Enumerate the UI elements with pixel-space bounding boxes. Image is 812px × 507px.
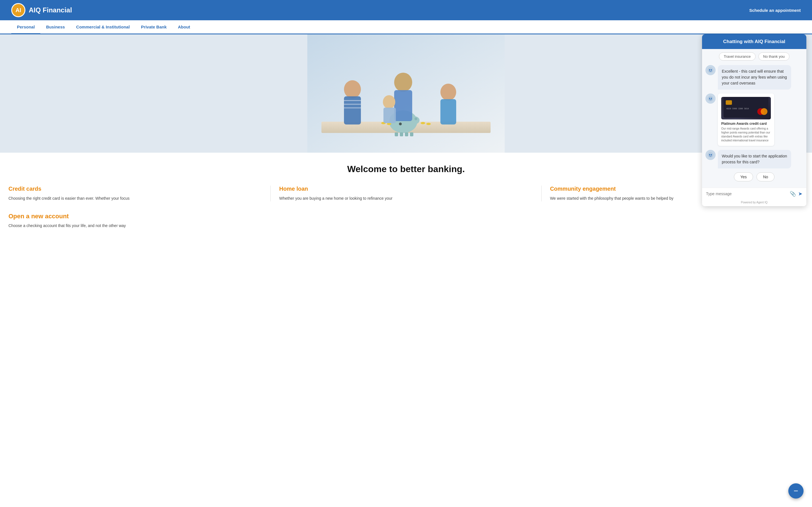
svg-rect-21: [441, 99, 456, 124]
svg-text:4820 5900 3300 5014: 4820 5900 3300 5014: [726, 108, 749, 110]
nav-item-about[interactable]: About: [172, 21, 196, 34]
svg-point-27: [711, 69, 712, 70]
svg-point-37: [709, 154, 710, 155]
action-yes-button[interactable]: Yes: [734, 172, 753, 181]
page-left: Welcome to better banking. Credit cards …: [0, 34, 812, 234]
svg-rect-8: [405, 132, 408, 136]
logo-area: AI AIQ Financial: [11, 3, 72, 17]
open-account-title: Open a new account: [8, 213, 804, 220]
open-account-text: Choose a checking account that fits your…: [8, 223, 804, 229]
svg-point-25: [708, 67, 713, 73]
send-icon[interactable]: ➤: [798, 191, 802, 197]
svg-rect-6: [395, 132, 398, 136]
svg-point-4: [414, 117, 417, 120]
bot-message-1: Excellent - this card will ensure that y…: [705, 65, 803, 90]
home-loan-title: Home loan: [279, 186, 532, 192]
bot-face-icon-3: [707, 152, 714, 158]
welcome-heading: Welcome to better banking.: [0, 153, 812, 180]
hero-image: [307, 34, 505, 153]
feature-credit-cards: Credit cards Choosing the right credit c…: [0, 186, 271, 202]
chat-body: Travel insurance No thank you Excellent …: [702, 49, 806, 187]
svg-point-29: [709, 98, 710, 99]
chat-quick-replies: Travel insurance No thank you: [705, 52, 803, 61]
logo-icon: AI: [11, 3, 26, 17]
chat-input-icons: 📎 ➤: [790, 191, 802, 197]
svg-point-30: [711, 98, 712, 99]
bot-avatar-2: [705, 94, 716, 104]
feature-home-loan: Home loan Whether you are buying a new h…: [271, 186, 541, 202]
nav-item-private-bank[interactable]: Private Bank: [135, 21, 172, 34]
action-no-button[interactable]: No: [756, 172, 774, 181]
svg-rect-17: [394, 90, 412, 121]
site-header: AI AIQ Financial Schedule an appointment: [0, 0, 812, 20]
product-card-image: 4820 5900 3300 5014: [721, 97, 771, 119]
quick-reply-travel-insurance[interactable]: Travel insurance: [719, 52, 756, 61]
svg-point-12: [421, 122, 425, 124]
home-loan-text: Whether you are buying a new home or loo…: [279, 195, 532, 202]
feature-cards: Credit cards Choosing the right credit c…: [0, 180, 812, 207]
chat-input-field[interactable]: [706, 191, 787, 196]
svg-point-14: [344, 80, 361, 98]
chat-action-buttons: Yes No: [705, 172, 803, 181]
svg-point-5: [399, 122, 402, 125]
svg-rect-7: [400, 132, 403, 136]
svg-rect-32: [726, 100, 732, 105]
bot-message-3: Would you like to start the application …: [705, 150, 803, 168]
product-card-description: Our mid-range Awards card offering a hig…: [721, 127, 771, 143]
svg-point-11: [387, 123, 391, 125]
bot-avatar-3: [705, 150, 716, 160]
svg-point-38: [711, 154, 712, 155]
bot-message-card: 4820 5900 3300 5014 Platinum Awards cred…: [705, 94, 803, 146]
open-account-section: Open a new account Choose a checking acc…: [0, 207, 812, 234]
chat-footer: Powered by Agent IQ: [702, 200, 806, 206]
svg-point-35: [761, 108, 767, 115]
product-card: 4820 5900 3300 5014 Platinum Awards cred…: [718, 94, 774, 146]
svg-point-26: [709, 69, 710, 70]
main-content: Welcome to better banking. Credit cards …: [0, 34, 812, 234]
credit-card-image: 4820 5900 3300 5014: [723, 97, 769, 118]
schedule-appointment-button[interactable]: Schedule an appointment: [749, 8, 801, 13]
logo-name: AIQ Financial: [29, 6, 72, 14]
chat-input-area: 📎 ➤: [702, 187, 806, 200]
quick-reply-no-thank-you[interactable]: No thank you: [758, 52, 790, 61]
bot-bubble-1: Excellent - this card will ensure that y…: [718, 65, 791, 90]
nav-item-personal[interactable]: Personal: [11, 21, 40, 34]
svg-rect-19: [384, 108, 396, 123]
svg-point-20: [441, 83, 456, 101]
credit-cards-text: Choosing the right credit card is easier…: [8, 195, 262, 202]
bot-bubble-3: Would you like to start the application …: [718, 150, 791, 168]
svg-point-18: [383, 95, 395, 109]
svg-rect-9: [410, 132, 413, 136]
nav-item-commercial[interactable]: Commercial & Institutional: [70, 21, 135, 34]
attach-icon[interactable]: 📎: [790, 191, 796, 197]
bot-avatar-1: [705, 65, 716, 75]
main-nav: Personal Business Commercial & Instituti…: [0, 20, 812, 34]
svg-point-28: [708, 96, 713, 101]
svg-point-13: [426, 123, 431, 125]
svg-point-16: [394, 73, 412, 92]
hero-section: [0, 34, 812, 153]
chat-header: Chatting with AIQ Financial: [702, 34, 806, 49]
svg-point-36: [708, 152, 713, 158]
nav-item-business[interactable]: Business: [40, 21, 70, 34]
product-card-name: Platinum Awards credit card: [721, 122, 771, 126]
credit-cards-title: Credit cards: [8, 186, 262, 192]
bot-face-icon-2: [707, 96, 714, 102]
bot-face-icon: [707, 67, 714, 73]
chat-widget: Chatting with AIQ Financial Travel insur…: [702, 34, 806, 206]
